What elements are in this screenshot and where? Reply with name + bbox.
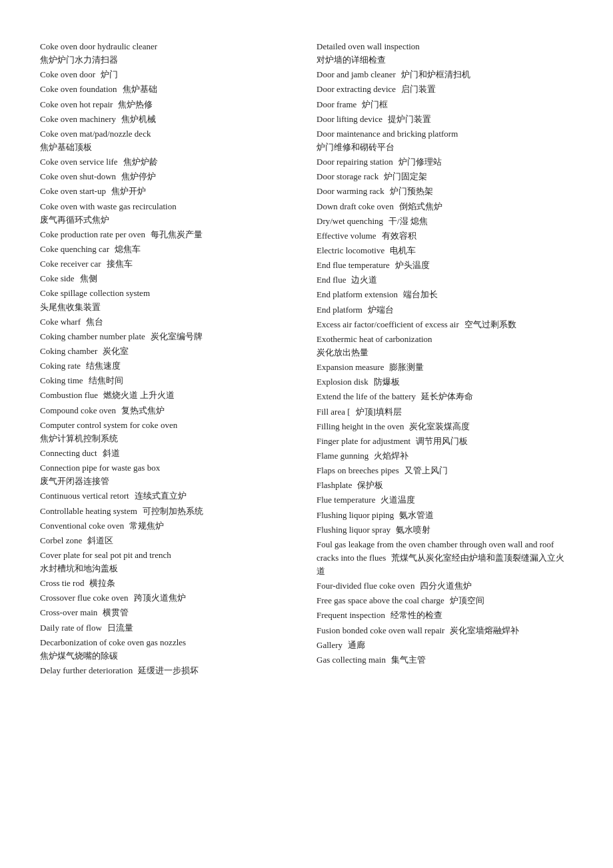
entry-chinese: 焦炉基础顶板 <box>40 141 297 154</box>
entry-chinese: 熄焦车 <box>115 244 141 254</box>
entry-english: Frequent inspection <box>316 610 385 620</box>
entry-english: Coke spillage collection system <box>40 287 297 300</box>
list-item: Crossover flue coke oven跨顶火道焦炉 <box>40 591 297 605</box>
list-item: Door extracting device启门装置 <box>316 83 573 96</box>
list-item: Dry/wet quenching干/湿 熄焦 <box>316 215 573 228</box>
list-item: Coke wharf焦台 <box>40 315 297 329</box>
list-item: End flue temperature炉头温度 <box>316 259 573 272</box>
entry-chinese: 炉门框 <box>362 99 388 109</box>
list-item: Flashplate保护板 <box>316 479 573 492</box>
entry-chinese: 又管上风门 <box>404 465 448 475</box>
entry-chinese: 炭化室编号牌 <box>151 331 203 341</box>
list-item: Flue temperature火道温度 <box>316 493 573 507</box>
list-item: Connecting duct斜道 <box>40 447 297 460</box>
entry-english: Coking time <box>40 375 83 385</box>
entry-english: Coke production rate per oven <box>40 229 145 239</box>
entry-english: Flushing liquor piping <box>316 510 394 520</box>
list-item: Coke oven start-up焦炉开炉 <box>40 185 297 198</box>
list-item: End platform炉端台 <box>316 303 573 317</box>
entry-chinese: 废气开闭器连接管 <box>40 475 297 488</box>
entry-chinese: 每孔焦炭产量 <box>151 229 203 239</box>
list-item: Flame gunning火焰焊补 <box>316 449 573 463</box>
entry-english: Coke oven machinery <box>40 114 116 124</box>
list-item: Connection pipe for waste gas box废气开闭器连接… <box>40 461 297 488</box>
list-item: Door repairing station炉门修理站 <box>316 155 573 169</box>
entry-english: Corbel zone <box>40 535 82 545</box>
entry-english: End flue <box>316 275 346 285</box>
list-item: End platform extension端台加长 <box>316 288 573 301</box>
entry-english: Computer control system for coke oven <box>40 419 297 432</box>
list-item: Coking rate结焦速度 <box>40 359 297 373</box>
list-item: Combustion flue燃烧火道 上升火道 <box>40 389 297 402</box>
entry-chinese: 电机车 <box>390 245 416 255</box>
list-item: Coke side焦侧 <box>40 272 297 285</box>
entry-chinese: 火道温度 <box>380 495 415 505</box>
entry-chinese: 水封槽坑和地沟盖板 <box>40 562 297 575</box>
entry-english: Coke side <box>40 273 75 283</box>
list-item: Finger plate for adjustment调节用风门板 <box>316 435 573 448</box>
entry-chinese: 炉端台 <box>368 305 394 315</box>
entry-chinese: 保护板 <box>357 480 383 490</box>
entry-english: Filling height in the oven <box>316 421 404 431</box>
list-item: Decarbonization of coke oven gas nozzles… <box>40 636 297 663</box>
entry-chinese: 焦侧 <box>80 273 97 283</box>
list-item: Compound coke oven复热式焦炉 <box>40 404 297 417</box>
entry-chinese: 调节用风门板 <box>416 436 468 446</box>
list-item: Coke oven shut-down焦炉停炉 <box>40 170 297 183</box>
entry-english: Coke oven door hydraulic cleaner <box>40 40 297 53</box>
entry-english: Door maintenance and bricking platform <box>316 127 573 141</box>
entry-chinese: 四分火道焦炉 <box>420 581 472 591</box>
entry-chinese: 炉门和炉框清扫机 <box>401 69 470 79</box>
list-item: Continuous vertical retort连续式直立炉 <box>40 489 297 503</box>
entry-chinese: 焦炉煤气烧嘴的除碳 <box>40 649 297 663</box>
entry-english: Coke oven door <box>40 69 95 79</box>
entry-chinese: 头尾焦收集装置 <box>40 301 297 314</box>
entry-chinese: 斜道 <box>103 448 120 458</box>
entry-chinese: 斜道区 <box>87 535 113 545</box>
list-item: Extend the life of the battery延长炉体寿命 <box>316 390 573 403</box>
entry-english: Excess air factor/coefficient of excess … <box>316 319 459 329</box>
entry-english: Coke oven hot repair <box>40 99 113 109</box>
list-item: Computer control system for coke oven焦炉计… <box>40 419 297 445</box>
entry-english: Exothermic heat of carbonization <box>316 333 573 346</box>
entry-chinese: 常规焦炉 <box>129 521 164 531</box>
entry-english: Coke oven with waste gas recirculation <box>40 200 297 213</box>
entry-english: Door frame <box>316 99 356 109</box>
list-item: Cover plate for seal pot pit and trench水… <box>40 549 297 575</box>
list-item: Door lifting device提炉门装置 <box>316 113 573 126</box>
entry-chinese: 废气再循环式焦炉 <box>40 213 297 227</box>
entry-chinese: 边火道 <box>351 275 377 285</box>
list-item: Door frame炉门框 <box>316 98 573 111</box>
list-item: End flue边火道 <box>316 273 573 287</box>
entry-english: Connecting duct <box>40 448 97 458</box>
list-item: Exothermic heat of carbonization炭化放出热量 <box>316 333 573 359</box>
list-item: Flaps on breeches pipes又管上风门 <box>316 464 573 477</box>
list-item: Effective volume有效容积 <box>316 229 573 243</box>
entry-chinese: 炭化室墙熔融焊补 <box>450 625 519 635</box>
entry-english: End platform extension <box>316 289 398 299</box>
entry-chinese: 日流量 <box>107 623 133 633</box>
entry-chinese: 氨水管道 <box>399 510 434 520</box>
entry-english: Door and jamb cleaner <box>316 69 396 79</box>
entry-chinese: 干/湿 熄焦 <box>388 216 428 226</box>
list-item: Coke oven door hydraulic cleaner焦炉炉门水力清扫… <box>40 40 297 67</box>
list-item: Free gas space above the coal charge炉顶空间 <box>316 594 573 607</box>
entry-english: Daily rate of flow <box>40 623 102 633</box>
entry-chinese: 焦炉机械 <box>121 114 156 124</box>
entry-english: Finger plate for adjustment <box>316 436 410 446</box>
entry-english: Down draft coke oven <box>316 201 394 211</box>
entry-chinese: 倒焰式焦炉 <box>399 201 442 211</box>
entry-chinese: 启门装置 <box>401 84 436 94</box>
entry-english: Door warming rack <box>316 186 384 196</box>
entry-english: Door repairing station <box>316 157 393 167</box>
list-item: Foul gas leakage from the oven chamber t… <box>316 538 573 578</box>
entry-english: Electric locomotive <box>316 245 384 255</box>
entry-english: Flushing liquor spray <box>316 525 390 535</box>
list-item: Coke oven service life焦炉炉龄 <box>40 155 297 169</box>
entry-chinese: 通廊 <box>348 640 365 650</box>
entry-chinese: 提炉门装置 <box>388 114 431 124</box>
list-item: Expansion measure膨胀测量 <box>316 361 573 374</box>
list-item: Door storage rack炉门固定架 <box>316 170 573 183</box>
list-item: Door warming rack炉门预热架 <box>316 185 573 198</box>
entry-english: Coke oven foundation <box>40 84 117 94</box>
